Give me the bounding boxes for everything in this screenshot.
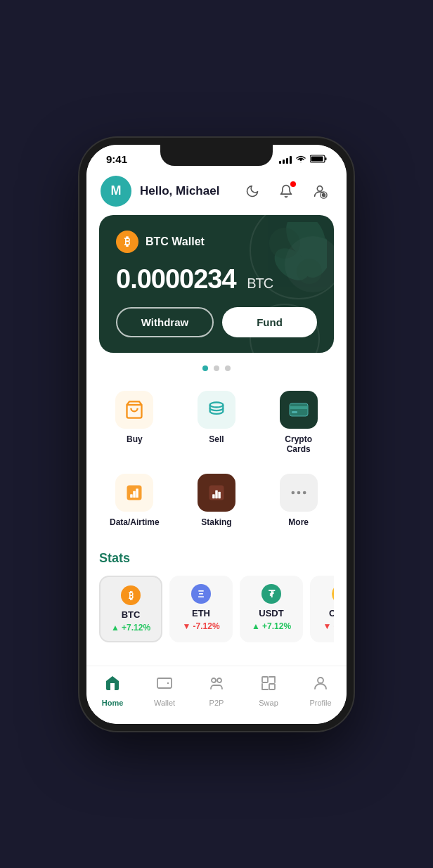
svg-rect-14 xyxy=(290,406,308,409)
action-data-airtime[interactable]: Data/Airtime xyxy=(93,464,176,537)
btc-symbol: BTC xyxy=(122,609,141,620)
svg-point-32 xyxy=(318,678,323,683)
svg-rect-21 xyxy=(212,494,215,498)
svg-rect-15 xyxy=(292,411,297,413)
staking-icon-wrap xyxy=(198,474,235,512)
buy-cart-icon xyxy=(124,400,144,420)
p2p-icon xyxy=(208,675,225,696)
nav-profile[interactable]: Profile xyxy=(295,672,347,710)
carousel-dot-0[interactable] xyxy=(202,365,208,371)
crypto-card-icon xyxy=(289,403,309,417)
battery-icon xyxy=(310,153,327,166)
celo-symbol: CELO xyxy=(329,608,334,618)
svg-point-28 xyxy=(212,678,216,682)
eth-coin-icon: Ξ xyxy=(191,584,211,604)
home-icon xyxy=(104,675,121,696)
header-actions xyxy=(240,179,332,204)
svg-rect-27 xyxy=(157,678,172,688)
svg-point-12 xyxy=(210,402,224,407)
svg-rect-13 xyxy=(290,403,308,416)
staking-chart-icon xyxy=(207,483,226,503)
notification-dot xyxy=(290,181,296,187)
svg-point-4 xyxy=(322,193,326,197)
screen: 9:41 xyxy=(86,145,347,724)
svg-point-24 xyxy=(291,491,295,494)
stat-card-celo[interactable]: C CELO ▼ -7.12% xyxy=(310,576,334,642)
status-time: 9:41 xyxy=(106,153,127,165)
action-more[interactable]: More xyxy=(257,464,340,537)
theme-toggle-button[interactable] xyxy=(240,179,265,204)
nav-p2p[interactable]: P2P xyxy=(190,672,243,710)
swap-label: Swap xyxy=(259,699,278,707)
nav-wallet[interactable]: Wallet xyxy=(138,672,190,710)
svg-point-9 xyxy=(269,228,300,259)
wifi-icon xyxy=(295,155,306,164)
quick-actions-grid: Buy Sell xyxy=(86,381,347,544)
stat-card-usdt[interactable]: ₮ USDT ▲ +7.12% xyxy=(240,576,303,642)
svg-rect-30 xyxy=(262,677,268,682)
carousel-dot-2[interactable] xyxy=(225,365,231,371)
svg-rect-1 xyxy=(325,157,327,160)
svg-point-25 xyxy=(297,491,300,494)
usdt-change: ▲ +7.12% xyxy=(252,621,291,631)
profile-label: Profile xyxy=(309,699,331,707)
wallet-currency: BTC xyxy=(247,276,273,291)
profile-icon xyxy=(312,675,329,696)
action-crypto-cards[interactable]: CryptoCards xyxy=(257,381,340,464)
svg-rect-31 xyxy=(269,684,275,689)
eth-symbol: ETH xyxy=(192,608,210,618)
stats-title: Stats xyxy=(99,551,334,566)
svg-point-29 xyxy=(217,678,221,682)
stats-section: Stats ₿ BTC ▲ +7.12% Ξ ETH ▼ -7.12% ₮ xyxy=(86,544,347,651)
carousel-dots xyxy=(86,361,347,381)
notification-button[interactable] xyxy=(273,179,299,204)
wallet-label: BTC Wallet xyxy=(146,235,205,248)
wallet-card: ₿ BTC Wallet 0.0000234 BTC Withdraw Fund xyxy=(99,215,334,353)
svg-rect-18 xyxy=(134,491,136,497)
more-dots-icon xyxy=(289,483,309,503)
bottom-nav: Home Wallet xyxy=(86,666,347,724)
svg-rect-19 xyxy=(136,488,139,498)
wallet-card-wrapper: ₿ BTC Wallet 0.0000234 BTC Withdraw Fund xyxy=(86,215,347,361)
greeting-text: Hello, Michael xyxy=(140,184,240,198)
celo-coin-icon: C xyxy=(332,584,334,604)
nav-home[interactable]: Home xyxy=(86,672,138,710)
sell-stack-icon xyxy=(207,400,226,420)
stat-card-btc[interactable]: ₿ BTC ▲ +7.12% xyxy=(99,576,162,642)
withdraw-button[interactable]: Withdraw xyxy=(116,307,214,337)
svg-rect-22 xyxy=(215,490,218,498)
sell-icon-wrap xyxy=(198,391,235,429)
svg-point-3 xyxy=(317,186,322,190)
home-label: Home xyxy=(102,699,124,707)
status-icons xyxy=(279,153,327,166)
stat-card-eth[interactable]: Ξ ETH ▼ -7.12% xyxy=(169,576,233,642)
btc-icon: ₿ xyxy=(116,231,138,253)
btc-change: ▲ +7.12% xyxy=(111,623,150,633)
support-button[interactable] xyxy=(307,179,332,204)
wallet-icon xyxy=(156,675,173,696)
wallet-label-nav: Wallet xyxy=(154,699,175,707)
svg-point-26 xyxy=(302,491,306,494)
header: M Hello, Michael xyxy=(86,169,347,215)
swap-icon xyxy=(260,675,277,696)
carousel-dot-1[interactable] xyxy=(214,365,219,371)
more-icon-wrap xyxy=(280,474,318,512)
buy-icon-wrap xyxy=(115,391,153,429)
nav-swap[interactable]: Swap xyxy=(243,672,295,710)
more-label: More xyxy=(288,517,309,527)
eth-change: ▼ -7.12% xyxy=(182,621,219,631)
buy-label: Buy xyxy=(127,434,143,444)
usdt-coin-icon: ₮ xyxy=(261,584,281,604)
p2p-label: P2P xyxy=(209,699,224,707)
svg-rect-23 xyxy=(218,491,221,498)
btc-coin-icon: ₿ xyxy=(121,585,141,605)
data-airtime-icon xyxy=(124,483,144,503)
usdt-symbol: USDT xyxy=(259,608,283,618)
crypto-cards-label: CryptoCards xyxy=(285,434,312,454)
action-staking[interactable]: Staking xyxy=(176,464,258,537)
svg-rect-2 xyxy=(311,156,323,161)
wallet-balance: 0.0000234 BTC xyxy=(116,264,317,294)
action-buy[interactable]: Buy xyxy=(93,381,176,464)
action-sell[interactable]: Sell xyxy=(176,381,258,464)
status-bar: 9:41 xyxy=(86,145,347,169)
